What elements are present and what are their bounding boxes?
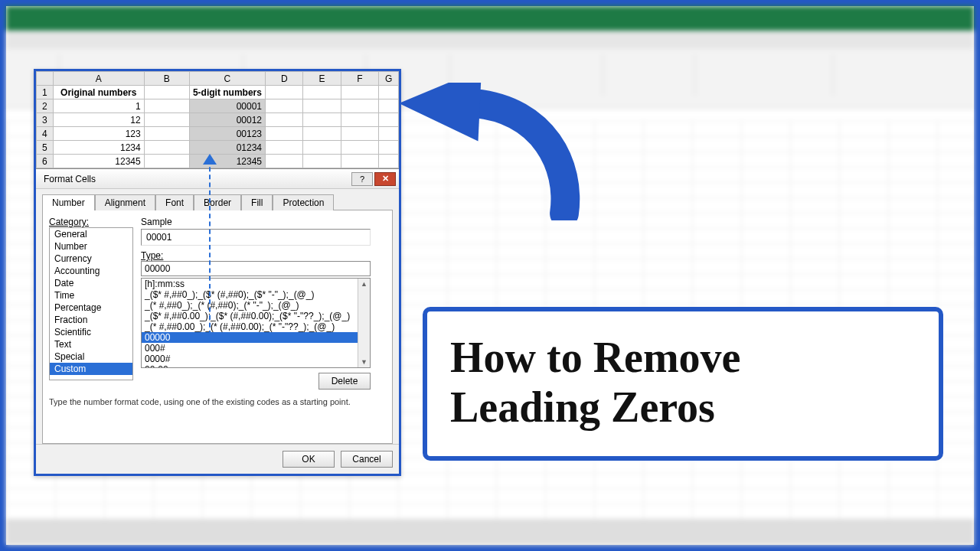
- help-icon[interactable]: ?: [351, 172, 373, 186]
- type-label: Type:: [141, 250, 371, 261]
- tab-protection[interactable]: Protection: [273, 194, 334, 210]
- col-A[interactable]: A: [53, 72, 144, 86]
- cell-c[interactable]: 00001: [189, 99, 265, 113]
- category-label: Category:: [49, 217, 133, 227]
- col-C[interactable]: C: [189, 72, 265, 86]
- mini-spreadsheet: A B C D E F G 1 Original numbers 5-digit…: [36, 71, 399, 168]
- category-item[interactable]: Fraction: [50, 314, 132, 326]
- col-B[interactable]: B: [144, 72, 189, 86]
- cell-a[interactable]: 1: [53, 99, 144, 113]
- row-1[interactable]: 1: [37, 86, 54, 99]
- column-headers: A B C D E F G: [37, 72, 399, 86]
- cell-c[interactable]: 00012: [189, 113, 265, 127]
- tab-number[interactable]: Number: [42, 194, 95, 210]
- type-list-scrollbar[interactable]: [358, 279, 370, 367]
- col-E[interactable]: E: [303, 72, 341, 86]
- category-item[interactable]: Percentage: [50, 302, 132, 314]
- cancel-button[interactable]: Cancel: [341, 451, 393, 468]
- cell-c[interactable]: 12345: [189, 155, 265, 168]
- type-input[interactable]: [141, 261, 371, 276]
- category-item[interactable]: Date: [50, 277, 132, 289]
- svg-marker-0: [203, 154, 217, 165]
- cell-c[interactable]: 01234: [189, 141, 265, 155]
- tab-font[interactable]: Font: [155, 194, 194, 210]
- cell-c[interactable]: 00123: [189, 127, 265, 141]
- type-option[interactable]: 00000: [142, 332, 370, 343]
- col-F[interactable]: F: [341, 72, 378, 86]
- category-item[interactable]: Time: [50, 289, 132, 302]
- composite-panel: A B C D E F G 1 Original numbers 5-digit…: [34, 69, 401, 476]
- category-item[interactable]: Accounting: [50, 265, 132, 277]
- category-item[interactable]: Text: [50, 338, 132, 350]
- category-item[interactable]: Custom: [50, 363, 132, 375]
- sample-label: Sample: [141, 217, 371, 227]
- category-item[interactable]: General: [50, 228, 132, 240]
- category-item[interactable]: Scientific: [50, 326, 132, 338]
- type-option[interactable]: 00-00: [142, 364, 370, 368]
- row-hdr[interactable]: 2: [37, 99, 54, 113]
- category-list[interactable]: GeneralNumberCurrencyAccountingDateTimeP…: [49, 227, 133, 380]
- type-option[interactable]: _($* #,##0_);_($* (#,##0);_($* "-"_);_(@…: [142, 289, 370, 300]
- category-item[interactable]: Special: [50, 350, 132, 363]
- caption-line1: How to Remove: [450, 334, 740, 381]
- type-option[interactable]: _($* #,##0.00_);_($* (#,##0.00);_($* "-"…: [142, 311, 370, 321]
- category-item[interactable]: Currency: [50, 253, 132, 265]
- outer-frame: A B C D E F G 1 Original numbers 5-digit…: [0, 0, 980, 551]
- row-hdr[interactable]: 6: [37, 155, 54, 168]
- type-option[interactable]: _(* #,##0_);_(* (#,##0);_(* "-"_);_(@_): [142, 300, 370, 311]
- tab-alignment[interactable]: Alignment: [95, 194, 155, 210]
- cell-a[interactable]: 12345: [53, 155, 144, 168]
- category-item[interactable]: Number: [50, 240, 132, 253]
- cell-a[interactable]: 12: [53, 113, 144, 127]
- sample-value: 00001: [141, 229, 371, 246]
- caption-line2: Leading Zeros: [450, 383, 715, 431]
- delete-button[interactable]: Delete: [318, 373, 371, 390]
- caption-box: How to Remove Leading Zeros: [423, 307, 943, 461]
- dialog-tabs: NumberAlignmentFontBorderFillProtection: [42, 194, 393, 210]
- type-option[interactable]: 0000#: [142, 354, 370, 364]
- tab-border[interactable]: Border: [194, 194, 241, 210]
- arrowhead-icon: [203, 154, 217, 165]
- type-option[interactable]: _(* #,##0.00_);_(* (#,##0.00);_(* "-"??_…: [142, 321, 370, 332]
- dialog-titlebar[interactable]: Format Cells ? ✕: [36, 169, 399, 189]
- ok-button[interactable]: OK: [283, 451, 335, 468]
- col-G[interactable]: G: [379, 72, 399, 86]
- header-5digit[interactable]: 5-digit numbers: [189, 86, 265, 99]
- row-hdr[interactable]: 4: [37, 127, 54, 141]
- format-hint: Type the number format code, using one o…: [49, 397, 386, 406]
- close-icon[interactable]: ✕: [374, 172, 396, 186]
- type-list[interactable]: [h]:mm:ss_($* #,##0_);_($* (#,##0);_($* …: [141, 278, 371, 368]
- col-D[interactable]: D: [266, 72, 303, 86]
- row-hdr[interactable]: 5: [37, 141, 54, 155]
- cell-a[interactable]: 1234: [53, 141, 144, 155]
- format-cells-dialog: Format Cells ? ✕ NumberAlignmentFontBord…: [36, 168, 399, 474]
- type-option[interactable]: [h]:mm:ss: [142, 279, 370, 289]
- header-original[interactable]: Original numbers: [53, 86, 144, 99]
- dialog-title: Format Cells: [44, 174, 96, 184]
- type-option[interactable]: 000#: [142, 343, 370, 354]
- cell-a[interactable]: 123: [53, 127, 144, 141]
- row-hdr[interactable]: 3: [37, 113, 54, 127]
- tab-fill[interactable]: Fill: [241, 194, 273, 210]
